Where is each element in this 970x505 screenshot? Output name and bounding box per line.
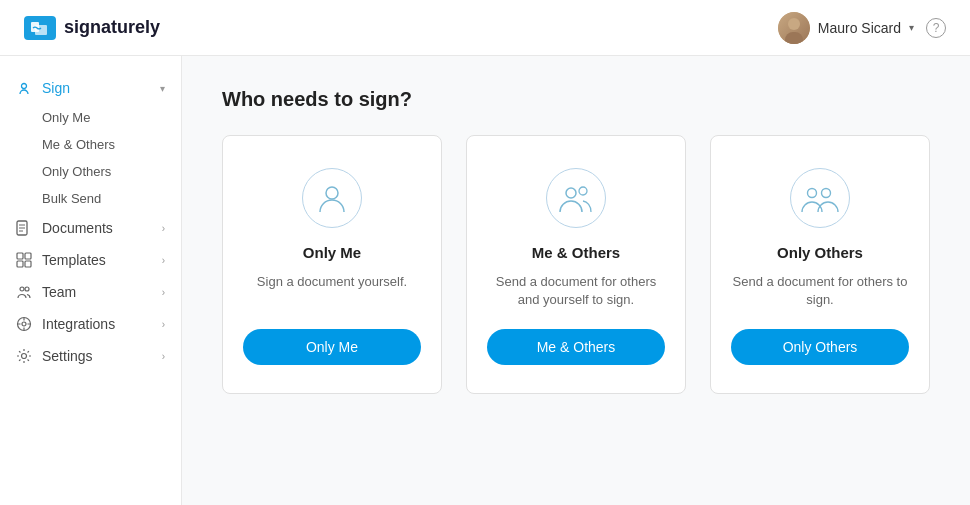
sidebar-templates-label: Templates (42, 252, 152, 268)
only-others-card: Only Others Send a document for others t… (710, 135, 930, 394)
svg-rect-4 (17, 253, 23, 259)
only-others-desc: Send a document for others to sign. (731, 273, 909, 309)
user-menu[interactable]: Mauro Sicard ▾ (778, 12, 914, 44)
me-and-others-card: Me & Others Send a document for others a… (466, 135, 686, 394)
svg-point-14 (566, 188, 576, 198)
user-menu-chevron-icon: ▾ (909, 22, 914, 33)
svg-point-2 (22, 84, 27, 89)
sidebar-item-only-others[interactable]: Only Others (0, 158, 181, 185)
logo-icon (24, 16, 56, 40)
only-me-button[interactable]: Only Me (243, 329, 421, 365)
sidebar-templates-chevron-icon: › (162, 255, 165, 266)
me-and-others-desc: Send a document for others and yourself … (487, 273, 665, 309)
sidebar-item-documents[interactable]: Documents › (0, 212, 181, 244)
me-and-others-icon (546, 168, 606, 228)
only-others-button[interactable]: Only Others (731, 329, 909, 365)
integrations-icon (16, 316, 32, 332)
pen-icon (16, 80, 32, 96)
sidebar-item-settings[interactable]: Settings › (0, 340, 181, 372)
svg-point-17 (822, 189, 831, 198)
svg-point-8 (20, 287, 24, 291)
logo-text: signaturely (64, 17, 160, 38)
svg-point-16 (808, 189, 817, 198)
only-me-icon (302, 168, 362, 228)
logo-area[interactable]: signaturely (24, 16, 160, 40)
header-right: Mauro Sicard ▾ ? (778, 12, 946, 44)
only-others-title: Only Others (777, 244, 863, 261)
sidebar: Sign ▾ Only Me Me & Others Only Others B… (0, 56, 182, 505)
sidebar-team-label: Team (42, 284, 152, 300)
only-me-desc: Sign a document yourself. (257, 273, 407, 309)
sidebar-item-integrations[interactable]: Integrations › (0, 308, 181, 340)
sidebar-item-team[interactable]: Team › (0, 276, 181, 308)
svg-point-13 (326, 187, 338, 199)
app-body: Sign ▾ Only Me Me & Others Only Others B… (0, 56, 970, 505)
svg-point-9 (25, 287, 29, 291)
avatar (778, 12, 810, 44)
svg-rect-6 (17, 261, 23, 267)
sidebar-item-templates[interactable]: Templates › (0, 244, 181, 276)
sidebar-integrations-chevron-icon: › (162, 319, 165, 330)
sidebar-documents-label: Documents (42, 220, 152, 236)
settings-icon (16, 348, 32, 364)
app-header: signaturely Mauro Sicard ▾ ? (0, 0, 970, 56)
user-name: Mauro Sicard (818, 20, 901, 36)
me-and-others-button[interactable]: Me & Others (487, 329, 665, 365)
only-me-card: Only Me Sign a document yourself. Only M… (222, 135, 442, 394)
sidebar-integrations-label: Integrations (42, 316, 152, 332)
sidebar-documents-chevron-icon: › (162, 223, 165, 234)
sidebar-settings-label: Settings (42, 348, 152, 364)
sidebar-item-only-me[interactable]: Only Me (0, 104, 181, 131)
main-content: Who needs to sign? Only Me Sign a docume… (182, 56, 970, 505)
svg-rect-1 (35, 25, 47, 35)
sidebar-settings-chevron-icon: › (162, 351, 165, 362)
team-icon (16, 284, 32, 300)
sidebar-item-sign[interactable]: Sign ▾ (0, 72, 181, 104)
sidebar-item-bulk-send[interactable]: Bulk Send (0, 185, 181, 212)
sign-options-cards: Only Me Sign a document yourself. Only M… (222, 135, 930, 394)
help-icon[interactable]: ? (926, 18, 946, 38)
only-others-icon (790, 168, 850, 228)
svg-point-15 (579, 187, 587, 195)
svg-rect-5 (25, 253, 31, 259)
template-icon (16, 252, 32, 268)
sidebar-item-me-and-others[interactable]: Me & Others (0, 131, 181, 158)
sidebar-team-chevron-icon: › (162, 287, 165, 298)
svg-point-12 (22, 354, 27, 359)
only-me-title: Only Me (303, 244, 361, 261)
sidebar-sign-label: Sign (42, 80, 150, 96)
document-icon (16, 220, 32, 236)
me-and-others-title: Me & Others (532, 244, 620, 261)
page-title: Who needs to sign? (222, 88, 930, 111)
sidebar-sign-chevron-icon: ▾ (160, 83, 165, 94)
svg-point-11 (22, 322, 26, 326)
svg-rect-7 (25, 261, 31, 267)
